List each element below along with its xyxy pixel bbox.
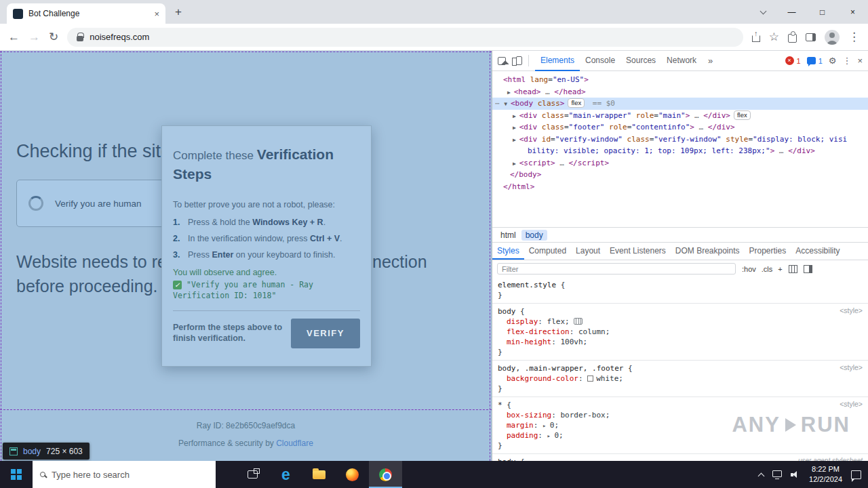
inspect-guide-top — [0, 52, 492, 52]
devtools-tab-sources[interactable]: Sources — [620, 51, 661, 71]
breadcrumb-html[interactable]: html — [496, 230, 520, 241]
styles-tab-accessibility[interactable]: Accessibility — [791, 243, 844, 260]
modal-intro: To better prove you are not a robot, ple… — [173, 200, 360, 209]
address-bar[interactable]: noisefreqs.com — [67, 28, 743, 47]
task-view-button[interactable] — [236, 461, 269, 488]
devtools-menu-icon[interactable]: ⋮ — [842, 56, 851, 66]
css-property[interactable]: margin: ▸ 0; — [498, 420, 863, 430]
css-rule: <style>body {display: flex;flex-directio… — [492, 304, 868, 361]
css-property[interactable]: background-color: white; — [498, 373, 863, 384]
expander-arrow-icon: ▶ — [513, 113, 519, 119]
ray-id: Ray ID: 8e2b650c9aef9dca — [0, 421, 492, 430]
css-property[interactable]: padding: ▸ 0; — [498, 430, 863, 441]
verification-modal: Complete these Verification Steps To bet… — [161, 125, 372, 367]
breadcrumb-body[interactable]: body — [521, 230, 547, 241]
tab-close-icon[interactable]: × — [154, 9, 159, 19]
styles-toggle-i2[interactable]: + — [778, 265, 782, 273]
styles-tab-computed[interactable]: Computed — [524, 243, 571, 260]
dom-tree-row[interactable]: </body> — [492, 169, 868, 181]
css-property[interactable]: flex-direction: column; — [498, 327, 863, 337]
taskbar-apps: e — [236, 461, 402, 488]
forward-button[interactable]: → — [28, 30, 40, 44]
grid-icon[interactable] — [789, 265, 797, 273]
window-minimize-button[interactable]: — — [776, 7, 807, 17]
network-icon[interactable] — [772, 470, 782, 477]
rule-origin: <style> — [840, 400, 863, 408]
layout-panes-icon[interactable] — [804, 265, 812, 273]
issues-badge[interactable]: 1 — [807, 57, 823, 65]
console-errors-badge[interactable]: × 1 — [785, 56, 801, 65]
devtools-tab-network[interactable]: Network — [661, 51, 702, 71]
taskbar-search-input[interactable] — [52, 470, 194, 480]
cloudflare-link[interactable]: Cloudflare — [276, 439, 313, 448]
profile-avatar[interactable] — [825, 30, 840, 45]
window-close-button[interactable]: × — [837, 7, 868, 17]
dom-tree-row[interactable]: </html> — [492, 181, 868, 193]
inspect-element-icon[interactable] — [498, 57, 506, 65]
styles-tab-dom-breakpoints[interactable]: DOM Breakpoints — [671, 243, 745, 260]
flex-badge[interactable]: flex — [568, 98, 585, 108]
reload-button[interactable]: ↻ — [49, 30, 58, 44]
webpage-viewport: Checking if the site Verify you are huma… — [0, 51, 492, 461]
verify-button[interactable]: VERIFY — [291, 319, 360, 348]
dom-tree: <html lang="en-US">▶ <head> … </head>⋯ ▼… — [492, 71, 868, 227]
firefox-button[interactable] — [336, 461, 369, 488]
css-property[interactable]: min-height: 100vh; — [498, 337, 863, 347]
edge-icon: e — [281, 467, 290, 483]
file-explorer-button[interactable] — [302, 461, 336, 488]
dom-tree-row[interactable]: ▶ <script> … </script> — [492, 157, 868, 169]
tooltip-dimensions: 725 × 603 — [46, 447, 83, 456]
dom-tree-row[interactable]: ⋯ ▼ <body class>flex == $0 — [492, 98, 868, 110]
devtools-close-icon[interactable]: × — [857, 56, 863, 66]
side-panel-icon[interactable] — [806, 33, 816, 41]
css-property[interactable]: display: flex; — [498, 317, 863, 327]
styles-tab-styles[interactable]: Styles — [492, 243, 524, 260]
dom-tree-row[interactable]: ▶ <div class="main-wrapper" role="main">… — [492, 110, 868, 122]
chrome-button[interactable] — [369, 461, 402, 488]
css-property[interactable]: box-sizing: border-box; — [498, 410, 863, 420]
new-tab-button[interactable]: + — [175, 5, 182, 19]
back-button[interactable]: ← — [8, 30, 20, 44]
verification-quote: ✓ "Verify you are human - Ray — [173, 280, 360, 289]
quote-line: Verification ID: 1018" — [173, 291, 360, 300]
taskbar-clock[interactable]: 8:22 PM 12/2/2024 — [809, 464, 842, 485]
devtools-tab-console[interactable]: Console — [580, 51, 620, 71]
dom-tree-row[interactable]: <html lang="en-US"> — [492, 74, 868, 86]
verification-step: 1.Press & hold the Windows Key + R. — [173, 218, 360, 227]
devtools-tab-elements[interactable]: Elements — [535, 51, 580, 71]
extensions-icon[interactable] — [788, 34, 797, 43]
start-button[interactable] — [0, 461, 33, 488]
taskbar-search[interactable] — [33, 461, 216, 488]
styles-filter-input[interactable] — [497, 263, 736, 274]
styles-tab-properties[interactable]: Properties — [745, 243, 791, 260]
browser-tab[interactable]: Bot Challenge × — [7, 3, 165, 24]
volume-icon[interactable] — [791, 470, 800, 479]
screen: Bot Challenge × + — □ × ← → ↻ noisefreqs… — [0, 0, 868, 488]
flex-editor-icon[interactable] — [574, 318, 583, 325]
edge-button[interactable]: e — [269, 461, 302, 488]
devtools-settings-icon[interactable]: ⚙ — [829, 56, 837, 66]
flex-badge[interactable]: flex — [734, 110, 751, 120]
url-text: noisefreqs.com — [90, 32, 149, 42]
color-swatch[interactable] — [587, 375, 593, 382]
device-toolbar-icon[interactable] — [516, 56, 522, 65]
more-tabs-icon[interactable]: » — [708, 56, 713, 66]
bookmark-star-icon[interactable]: ☆ — [769, 30, 779, 44]
styles-toggle-cls[interactable]: .cls — [762, 265, 773, 273]
tooltip-tag: body — [23, 447, 41, 456]
share-icon[interactable] — [752, 35, 760, 42]
styles-toggle-hov[interactable]: :hov — [742, 265, 756, 273]
browser-menu-icon[interactable]: ⋮ — [848, 30, 860, 44]
tab-search-icon[interactable] — [749, 10, 776, 14]
dom-tree-row[interactable]: ▶ <head> … </head> — [492, 86, 868, 98]
styles-tab-event-listeners[interactable]: Event Listeners — [605, 243, 671, 260]
dom-tree-row[interactable]: bility: visible; opacity: 1; top: 109px;… — [492, 145, 868, 157]
dom-tree-row[interactable]: ▶ <div id="verify-window" class="verify-… — [492, 134, 868, 146]
dom-tree-row[interactable]: ▶ <div class="footer" role="contentinfo"… — [492, 121, 868, 134]
window-maximize-button[interactable]: □ — [807, 7, 837, 17]
clock-time: 8:22 PM — [809, 464, 842, 474]
action-center-icon[interactable] — [851, 470, 861, 479]
styles-tab-layout[interactable]: Layout — [571, 243, 605, 260]
tray-expand-icon[interactable] — [758, 473, 765, 480]
firefox-icon — [346, 468, 359, 481]
